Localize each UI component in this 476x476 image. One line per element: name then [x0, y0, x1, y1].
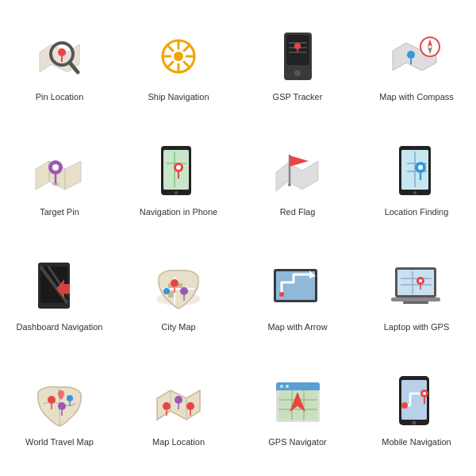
red-flag-icon	[269, 143, 326, 200]
svg-point-71	[279, 292, 284, 297]
red-flag-label: Red Flag	[280, 206, 316, 217]
icon-grid: Pin Location Ship Navigation	[0, 0, 476, 476]
svg-marker-43	[290, 155, 309, 167]
map-location-cell[interactable]: Map Location	[119, 353, 238, 468]
location-finding-label: Location Finding	[385, 206, 449, 217]
gps-navigator-cell[interactable]: GPS Navigator	[238, 353, 357, 468]
svg-line-14	[167, 62, 173, 67]
nav-phone-label: Navigation in Phone	[140, 206, 217, 217]
map-location-label: Map Location	[152, 436, 205, 447]
nav-phone-cell[interactable]: Navigation in Phone	[119, 123, 238, 238]
gps-tracker-cell[interactable]: GSP Tracker	[238, 8, 357, 123]
dashboard-nav-cell[interactable]: Dashboard Navigation	[0, 238, 119, 353]
svg-point-3	[58, 48, 66, 56]
svg-point-65	[180, 287, 188, 295]
svg-point-20	[294, 70, 301, 76]
city-map-icon	[150, 258, 207, 315]
svg-point-90	[175, 396, 182, 404]
svg-point-32	[52, 182, 59, 186]
svg-point-23	[407, 51, 415, 59]
map-arrow-cell[interactable]: Map with Arrow	[238, 238, 357, 353]
red-flag-cell[interactable]: Red Flag	[238, 123, 357, 238]
svg-line-11	[167, 45, 173, 51]
city-map-label: City Map	[161, 321, 195, 332]
location-finding-cell[interactable]: Location Finding	[357, 123, 476, 238]
laptop-gps-cell[interactable]: Laptop with GPS	[357, 238, 476, 353]
map-arrow-label: Map with Arrow	[267, 321, 327, 332]
svg-point-89	[163, 402, 171, 410]
svg-point-84	[58, 402, 66, 410]
svg-point-106	[401, 402, 408, 409]
target-pin-icon	[31, 143, 88, 200]
svg-point-64	[171, 279, 178, 287]
svg-point-40	[175, 191, 178, 194]
location-finding-icon	[388, 143, 445, 200]
svg-point-21	[294, 43, 301, 49]
svg-point-83	[48, 396, 56, 404]
map-location-icon	[150, 373, 207, 430]
svg-point-91	[186, 402, 194, 410]
map-arrow-icon	[269, 258, 326, 315]
svg-point-6	[174, 52, 183, 61]
gps-navigator-icon	[269, 373, 326, 430]
gps-tracker-icon	[269, 28, 326, 85]
svg-point-96	[286, 385, 289, 388]
map-compass-label: Map with Compass	[379, 91, 454, 102]
dashboard-nav-label: Dashboard Navigation	[17, 321, 103, 332]
world-travel-cell[interactable]: World Travel Map	[0, 353, 119, 468]
svg-point-79	[419, 279, 422, 282]
svg-point-66	[163, 288, 170, 294]
pin-location-label: Pin Location	[36, 91, 84, 102]
svg-point-95	[280, 385, 283, 388]
svg-rect-105	[401, 380, 427, 420]
map-compass-cell[interactable]: Map with Compass	[357, 8, 476, 123]
mobile-nav-cell[interactable]: Mobile Navigation	[357, 353, 476, 468]
svg-point-44	[288, 183, 291, 186]
svg-point-109	[413, 421, 416, 425]
svg-line-12	[184, 62, 190, 67]
nav-phone-icon	[150, 143, 207, 200]
svg-point-31	[52, 164, 59, 171]
ship-navigation-label: Ship Navigation	[148, 91, 209, 102]
gps-tracker-label: GSP Tracker	[273, 91, 323, 102]
laptop-gps-icon	[388, 258, 445, 315]
target-pin-label: Target Pin	[40, 206, 79, 217]
svg-point-52	[418, 165, 423, 170]
gps-navigator-label: GPS Navigator	[268, 436, 326, 447]
svg-line-13	[184, 45, 190, 51]
world-travel-label: World Travel Map	[25, 436, 94, 447]
pin-location-icon	[31, 28, 88, 85]
svg-point-85	[67, 395, 73, 401]
dashboard-nav-icon	[31, 258, 88, 315]
svg-point-39	[176, 165, 181, 170]
pin-location-cell[interactable]: Pin Location	[0, 8, 119, 123]
city-map-cell[interactable]: City Map	[119, 238, 238, 353]
svg-rect-74	[397, 270, 434, 295]
svg-rect-81	[403, 301, 428, 304]
target-pin-cell[interactable]: Target Pin	[0, 123, 119, 238]
ship-navigation-icon	[150, 28, 207, 85]
svg-marker-41	[276, 161, 318, 191]
mobile-nav-label: Mobile Navigation	[382, 436, 451, 447]
world-travel-icon	[31, 373, 88, 430]
mobile-nav-icon	[388, 373, 445, 430]
ship-navigation-cell[interactable]: Ship Navigation	[119, 8, 238, 123]
laptop-gps-label: Laptop with GPS	[384, 321, 450, 332]
map-compass-icon	[388, 28, 445, 85]
svg-point-53	[413, 191, 416, 194]
svg-point-108	[423, 392, 426, 395]
svg-rect-80	[391, 298, 440, 301]
